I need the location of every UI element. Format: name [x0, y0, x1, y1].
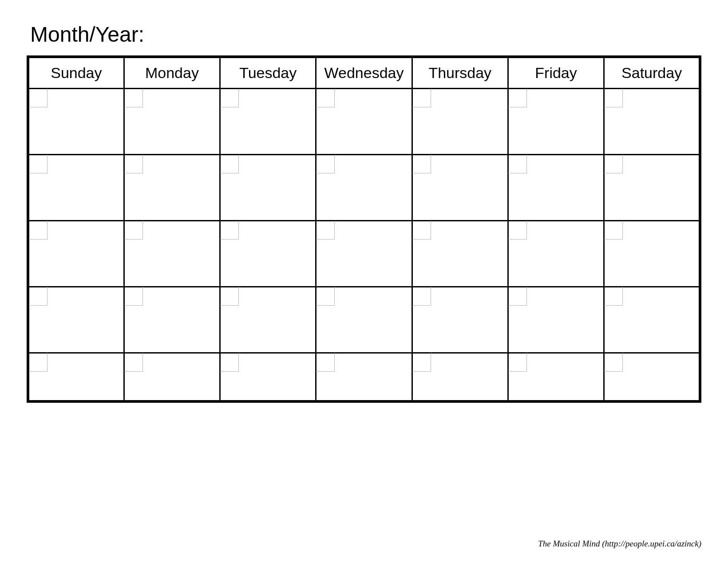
date-number-box: [29, 287, 47, 306]
day-cell: [412, 353, 508, 402]
calendar-page: Month/Year: Sunday Monday Tuesday Wednes…: [0, 0, 728, 562]
date-number-box: [220, 89, 239, 107]
weekday-header: Tuesday: [220, 57, 316, 89]
weekday-header: Saturday: [604, 57, 700, 89]
day-cell: [124, 89, 220, 155]
day-cell: [412, 287, 508, 353]
weekday-header: Friday: [508, 57, 604, 89]
date-number-box: [220, 221, 239, 240]
week-row: [28, 287, 700, 353]
day-cell: [508, 221, 604, 287]
day-cell: [124, 287, 220, 353]
day-cell: [508, 89, 604, 155]
date-number-box: [604, 353, 623, 372]
day-cell: [604, 353, 700, 402]
date-number-box: [412, 287, 431, 306]
date-number-box: [508, 155, 527, 173]
day-cell: [316, 155, 412, 221]
date-number-box: [508, 353, 527, 372]
date-number-box: [124, 89, 143, 107]
weekday-header: Sunday: [28, 57, 124, 89]
date-number-box: [316, 155, 335, 173]
date-number-box: [316, 353, 335, 372]
day-cell: [220, 155, 316, 221]
date-number-box: [29, 353, 47, 372]
date-number-box: [316, 89, 335, 107]
weekday-header: Monday: [124, 57, 220, 89]
date-number-box: [124, 155, 143, 173]
page-title: Month/Year:: [30, 22, 701, 47]
day-cell: [124, 353, 220, 402]
date-number-box: [604, 287, 623, 306]
date-number-box: [604, 89, 623, 107]
day-cell: [220, 287, 316, 353]
day-cell: [124, 221, 220, 287]
week-row: [28, 155, 700, 221]
day-cell: [412, 221, 508, 287]
date-number-box: [412, 353, 431, 372]
date-number-box: [220, 353, 239, 372]
date-number-box: [604, 221, 623, 240]
date-number-box: [124, 221, 143, 240]
day-cell: [220, 221, 316, 287]
date-number-box: [508, 287, 527, 306]
week-row: [28, 221, 700, 287]
day-cell: [604, 221, 700, 287]
date-number-box: [29, 89, 47, 107]
date-number-box: [508, 89, 527, 107]
date-number-box: [29, 221, 47, 240]
day-cell: [28, 221, 124, 287]
date-number-box: [124, 353, 143, 372]
calendar-grid: Sunday Monday Tuesday Wednesday Thursday…: [27, 55, 701, 403]
date-number-box: [412, 155, 431, 173]
date-number-box: [124, 287, 143, 306]
day-cell: [412, 89, 508, 155]
date-number-box: [508, 221, 527, 240]
date-number-box: [412, 89, 431, 107]
day-cell: [412, 155, 508, 221]
date-number-box: [412, 221, 431, 240]
weekday-header: Thursday: [412, 57, 508, 89]
day-cell: [316, 353, 412, 402]
day-cell: [508, 155, 604, 221]
date-number-box: [316, 287, 335, 306]
day-cell: [28, 89, 124, 155]
date-number-box: [220, 287, 239, 306]
day-cell: [604, 155, 700, 221]
day-cell: [316, 89, 412, 155]
day-cell: [316, 287, 412, 353]
day-cell: [28, 287, 124, 353]
day-cell: [124, 155, 220, 221]
week-row: [28, 353, 700, 402]
day-cell: [604, 287, 700, 353]
week-row: [28, 89, 700, 155]
weekday-header-row: Sunday Monday Tuesday Wednesday Thursday…: [28, 57, 700, 89]
day-cell: [604, 89, 700, 155]
footer-credit: The Musical Mind (http://people.upei.ca/…: [538, 539, 701, 549]
day-cell: [316, 221, 412, 287]
day-cell: [220, 89, 316, 155]
day-cell: [28, 155, 124, 221]
day-cell: [28, 353, 124, 402]
weekday-header: Wednesday: [316, 57, 412, 89]
day-cell: [508, 287, 604, 353]
date-number-box: [220, 155, 239, 173]
date-number-box: [29, 155, 47, 173]
calendar-body: [28, 89, 700, 402]
date-number-box: [316, 221, 335, 240]
date-number-box: [604, 155, 623, 173]
day-cell: [220, 353, 316, 402]
day-cell: [508, 353, 604, 402]
